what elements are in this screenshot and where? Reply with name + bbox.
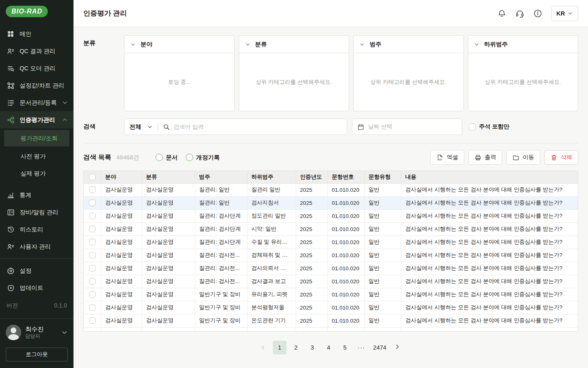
search-group: 전체: [124, 119, 347, 135]
sidebar-item-main[interactable]: 메인: [0, 25, 74, 43]
panel-category-header[interactable]: 범주: [354, 36, 463, 53]
logout-button[interactable]: 로그아웃: [6, 348, 68, 361]
pagination-page[interactable]: 2: [289, 341, 303, 355]
row-checkbox[interactable]: [89, 265, 96, 272]
sidebar-item-settings[interactable]: 설정: [0, 262, 74, 279]
table-cell: 일반기구 및 장비: [195, 288, 247, 301]
row-checkbox[interactable]: [89, 239, 96, 245]
panel-subcategory-header[interactable]: 하위범주: [468, 36, 578, 53]
sidebar-item-settings-chart[interactable]: 설정값/차트 관리: [0, 77, 74, 94]
table-cell: 검사실에서 시행하는 모든 검사 분야에 대해 인증심사를 받는가?: [401, 301, 578, 314]
row-checkbox[interactable]: [89, 291, 96, 298]
sidebar-subitem-actual-eval[interactable]: 실제 평가: [0, 165, 74, 182]
category-section-label: 분류: [83, 35, 124, 111]
device-icon: [7, 208, 15, 216]
sidebar-item-statistics[interactable]: 통계: [0, 186, 74, 204]
table-cell: 검사실운영: [142, 275, 195, 288]
chevron-down-icon: [62, 100, 68, 105]
sidebar-item-certification[interactable]: 인증평가관리: [0, 111, 74, 128]
sidebar-item-label: 통계: [20, 191, 68, 199]
bell-icon[interactable]: [497, 9, 506, 18]
panel-field-header[interactable]: 분야: [125, 36, 234, 53]
headset-icon[interactable]: [515, 9, 524, 18]
radio-circle[interactable]: [156, 154, 163, 161]
results-table: 분야분류범주하위범주인증년도문항번호문항유형내용 검사실운영검사실운영질관리: …: [84, 171, 578, 332]
row-checkbox[interactable]: [89, 226, 96, 232]
sidebar-subitem-eval-manage[interactable]: 평가관리/조회: [4, 130, 69, 146]
row-checkbox[interactable]: [89, 186, 96, 193]
column-header: 문항번호: [327, 171, 364, 183]
table-cell: 2025: [296, 301, 327, 314]
table-row[interactable]: 검사실운영검사실운영질관리: 검사전...검사결과 보고202501.010.0…: [84, 275, 578, 288]
annotation-filter[interactable]: 주석 포함만: [469, 123, 509, 130]
table-row[interactable]: 검사실운영검사실운영일반기구 및 장비분석평형저울202501.010.020일…: [84, 301, 578, 314]
annotation-checkbox[interactable]: [469, 123, 476, 130]
row-checkbox[interactable]: [89, 252, 96, 258]
result-type-radios: 문서 개정기록: [156, 154, 220, 162]
info-icon[interactable]: [533, 9, 542, 18]
table-row[interactable]: 검사실운영검사실운영일반기구 및 장비온도관련 기기202501.010.020…: [84, 314, 578, 327]
table-cell: 검사실에서 시행하는 모든 검사 분야에 대해 인증심사를 받는가?: [401, 236, 578, 249]
sidebar-item-history[interactable]: 히스토리: [0, 221, 74, 238]
version-label: 버전: [7, 302, 18, 310]
table-cell: 검사실운영: [142, 301, 195, 314]
radio-circle[interactable]: [186, 154, 193, 161]
table-cell: 일반: [364, 222, 401, 236]
pagination-next[interactable]: [391, 341, 405, 355]
table-row[interactable]: 검사실운영검사실운영질관리: 일반검사지침서202501.010.020일반검사…: [84, 196, 578, 209]
pagination-prev[interactable]: [256, 341, 270, 355]
table-row[interactable]: 검사실운영검사실운영질관리: 검사단계수질 및 유리용...202501.010…: [84, 236, 578, 249]
radio-document[interactable]: 문서: [156, 154, 178, 162]
sidebar-item-qc-results[interactable]: QC 결과 관리: [0, 43, 74, 60]
table-cell: 질관리 일반: [247, 183, 296, 196]
delete-button[interactable]: 삭제: [544, 150, 578, 165]
table-row[interactable]: 검사실운영검사실운영질관리: 검사전...검체채취 및 취급202501.010…: [84, 249, 578, 262]
language-selector[interactable]: KR: [551, 6, 578, 21]
pagination-page[interactable]: 2474: [371, 341, 389, 355]
panel-body-message: 상위 카테고리를 선택해주세요.: [239, 53, 349, 111]
table-cell: 검사실운영: [101, 301, 142, 314]
chevron-down-icon: [130, 42, 136, 47]
table-cell: 01.010.020: [327, 236, 364, 249]
row-checkbox[interactable]: [89, 278, 96, 285]
table-cell: [142, 327, 195, 332]
radio-revision[interactable]: 개정기록: [186, 154, 220, 162]
excel-button[interactable]: XLS 엑셀: [430, 150, 464, 165]
table-cell: 2025: [296, 288, 327, 301]
table-row[interactable]: 검사실운영검사실운영질관리: 검사전...검사의뢰서 및 ...202501.0…: [84, 262, 578, 275]
table-cell: 일반: [364, 183, 401, 196]
pagination-page[interactable]: 5: [338, 341, 352, 355]
pagination-page[interactable]: 3: [305, 341, 319, 355]
row-checkbox[interactable]: [89, 304, 96, 311]
select-all-checkbox[interactable]: [89, 174, 96, 180]
row-checkbox[interactable]: [89, 200, 96, 206]
sidebar-item-qc-orders[interactable]: QC 오더 관리: [0, 60, 74, 77]
content-column: 인증평가 관리 KR: [74, 0, 588, 368]
sidebar: BIO-RAD 메인 QC 결과 관리 QC 오더 관리: [0, 0, 74, 368]
table-cell: [195, 327, 247, 332]
table-row[interactable]: 검사실운영검사실운영질관리: 일반질관리 일반202501.010.020일반검…: [84, 183, 578, 196]
table-row[interactable]: 검사실운영검사실운영질관리: 검사단계정도관리 일반202501.010.020…: [84, 209, 578, 222]
sidebar-item-equipment[interactable]: 장비/알림 관리: [0, 204, 74, 221]
pagination-page[interactable]: 1: [273, 341, 287, 355]
sidebar-subitem-pre-eval[interactable]: 사전 평가: [0, 148, 74, 164]
panel-title: 분야: [140, 40, 152, 48]
pagination-pages: 12345···2474: [273, 341, 389, 355]
move-button[interactable]: 이동: [506, 150, 540, 165]
table-cell: 검사실운영: [142, 288, 195, 301]
search-scope-dropdown[interactable]: 전체: [129, 123, 153, 131]
row-checkbox[interactable]: [89, 317, 96, 324]
sidebar-item-users[interactable]: 사용자 관리: [0, 238, 74, 255]
table-row[interactable]: 검사실운영검사실운영일반기구 및 장비유리용기, 피펫202501.010.02…: [84, 288, 578, 301]
table-cell: 01.010.020: [327, 288, 364, 301]
row-checkbox[interactable]: [89, 213, 96, 219]
search-input[interactable]: [174, 123, 342, 130]
date-picker[interactable]: 날짜 선택: [352, 119, 462, 135]
print-button[interactable]: 출력: [468, 150, 502, 165]
user-menu[interactable]: 최수진 담당자: [0, 319, 74, 346]
pagination-page[interactable]: 4: [322, 341, 336, 355]
sidebar-item-update[interactable]: 업데이트: [0, 279, 74, 296]
panel-class-header[interactable]: 분류: [239, 36, 349, 53]
sidebar-item-documents[interactable]: 문서관리/등록: [0, 94, 74, 111]
table-row[interactable]: 검사실운영검사실운영질관리: 검사단계시약: 일반202501.010.020일…: [84, 222, 578, 236]
